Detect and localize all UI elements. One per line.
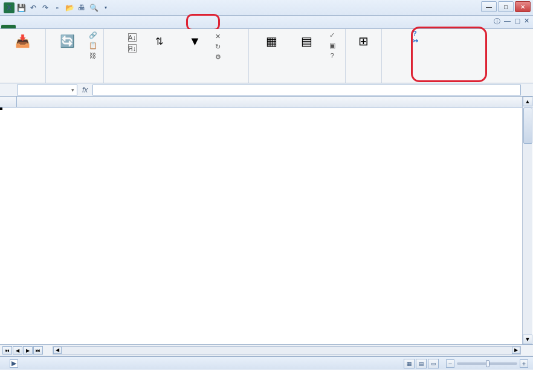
minimize-button[interactable]: — xyxy=(481,1,497,12)
status-bar: ▶ ▦ ▤ ▭ − + xyxy=(0,356,533,370)
sheet-nav-last-icon[interactable]: ⏭ xyxy=(33,346,43,355)
advanced-filter-button[interactable]: ⚙ xyxy=(213,52,226,62)
ribbon-tabs: ⓘ — ▢ ✕ xyxy=(0,16,533,29)
tab-file[interactable] xyxy=(1,25,16,28)
whatif-button[interactable]: ? xyxy=(327,51,338,60)
minimize-ribbon-icon[interactable]: — xyxy=(504,17,511,26)
fx-icon[interactable]: fx xyxy=(82,86,88,94)
filter-button[interactable]: ▼ xyxy=(181,30,209,51)
scroll-up-icon[interactable]: ▲ xyxy=(523,97,532,106)
select-all-corner[interactable] xyxy=(0,97,17,107)
zoom-out-button[interactable]: − xyxy=(446,359,454,368)
scroll-left-icon[interactable]: ◀ xyxy=(53,347,62,354)
connections-button[interactable]: 🔗 xyxy=(88,30,99,40)
restore-workbook-icon[interactable]: ▢ xyxy=(514,17,520,26)
ribbon-body: 📥 🔄 🔗 📋 ⛓ A↓ Я↓ ⇅ ▼ ✕ ↻ ⚙ xyxy=(0,29,533,83)
zoom-handle[interactable] xyxy=(486,360,489,367)
scroll-thumb[interactable] xyxy=(523,108,532,144)
sort-button[interactable]: ⇅ xyxy=(141,30,178,51)
solver-button[interactable]: ?↣ xyxy=(412,30,425,42)
column-headers xyxy=(0,97,533,108)
normal-view-icon[interactable]: ▦ xyxy=(404,359,415,368)
vertical-scrollbar[interactable]: ▲ ▼ xyxy=(522,97,532,344)
close-button[interactable]: ✕ xyxy=(515,1,531,12)
worksheet-grid[interactable]: ▲ ▼ xyxy=(0,97,533,344)
clear-filter-button[interactable]: ✕ xyxy=(213,31,226,41)
save-icon[interactable]: 💾 xyxy=(16,2,27,13)
chevron-down-icon[interactable]: ▾ xyxy=(71,87,74,93)
selection-box xyxy=(0,108,2,110)
preview-icon[interactable]: 🔍 xyxy=(88,2,99,13)
qat-dropdown-icon[interactable]: ▾ xyxy=(100,2,111,13)
app-icon[interactable]: X xyxy=(4,2,15,13)
outline-button[interactable]: ⊞ xyxy=(347,30,380,51)
close-workbook-icon[interactable]: ✕ xyxy=(524,17,529,26)
consolidate-button[interactable]: ▣ xyxy=(327,40,338,50)
sort-asc-button[interactable]: A↓ xyxy=(127,33,138,42)
title-bar: X 💾 ↶ ↷ ▫ 📂 🖶 🔍 ▾ — □ ✕ xyxy=(0,0,533,16)
help-icon[interactable]: ⓘ xyxy=(494,17,500,26)
refresh-all-button[interactable]: 🔄 xyxy=(51,30,84,51)
get-external-data-button[interactable]: 📥 xyxy=(5,30,41,51)
page-break-view-icon[interactable]: ▭ xyxy=(428,359,439,368)
sort-desc-button[interactable]: Я↓ xyxy=(127,43,138,53)
open-icon[interactable]: 📂 xyxy=(64,2,75,13)
maximize-button[interactable]: □ xyxy=(498,1,514,12)
redo-icon[interactable]: ↷ xyxy=(40,2,51,13)
macro-record-icon[interactable]: ▶ xyxy=(10,359,18,368)
formula-bar: ▾ fx xyxy=(0,83,533,97)
highlight-data-tab xyxy=(186,14,220,31)
sheet-nav-first-icon[interactable]: ⏮ xyxy=(2,346,12,355)
edit-links-button[interactable]: ⛓ xyxy=(88,51,99,60)
remove-duplicates-button[interactable]: ▤ xyxy=(291,30,323,51)
name-box[interactable]: ▾ xyxy=(17,85,77,95)
zoom-slider[interactable] xyxy=(457,362,517,365)
sheet-tab-bar: ⏮ ◀ ▶ ⏭ ◀ ▶ xyxy=(0,344,533,356)
quick-access-toolbar: X 💾 ↶ ↷ ▫ 📂 🖶 🔍 ▾ xyxy=(0,2,111,13)
scroll-right-icon[interactable]: ▶ xyxy=(512,347,520,354)
sheet-nav-prev-icon[interactable]: ◀ xyxy=(13,346,22,355)
sheet-nav-next-icon[interactable]: ▶ xyxy=(23,346,33,355)
zoom-in-button[interactable]: + xyxy=(520,359,528,368)
scroll-down-icon[interactable]: ▼ xyxy=(523,335,532,344)
page-layout-view-icon[interactable]: ▤ xyxy=(416,359,427,368)
text-to-columns-button[interactable]: ▦ xyxy=(257,30,287,51)
undo-icon[interactable]: ↶ xyxy=(28,2,39,13)
reapply-filter-button[interactable]: ↻ xyxy=(213,42,226,51)
properties-button[interactable]: 📋 xyxy=(88,40,99,50)
new-icon[interactable]: ▫ xyxy=(52,2,63,13)
horizontal-scrollbar[interactable]: ◀ ▶ xyxy=(53,346,521,355)
data-validation-button[interactable]: ✓ xyxy=(327,30,338,40)
formula-input[interactable] xyxy=(92,85,521,95)
quickprint-icon[interactable]: 🖶 xyxy=(76,2,87,13)
